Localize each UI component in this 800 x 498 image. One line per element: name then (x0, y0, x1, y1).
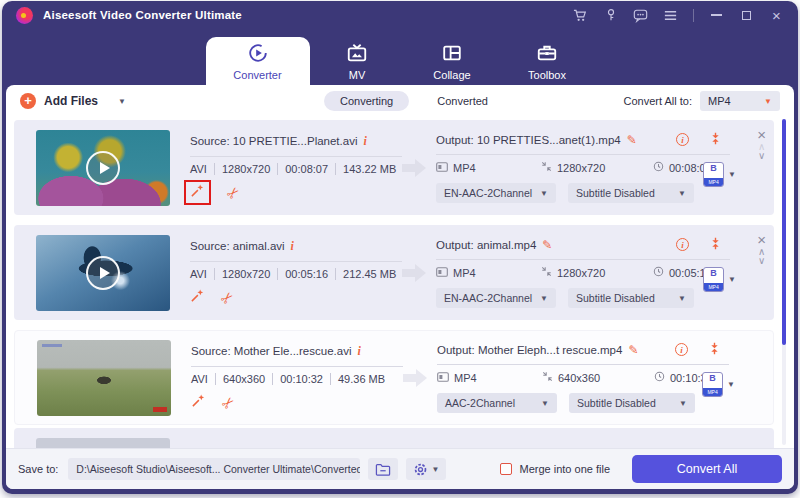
rename-icon[interactable]: ✎ (627, 133, 637, 147)
arrow-right-icon (402, 159, 436, 177)
scrollbar-thumb[interactable] (782, 119, 786, 345)
cut-icon[interactable]: ✂ (222, 182, 244, 204)
open-folder-button[interactable] (368, 458, 398, 480)
add-files-label: Add Files (44, 94, 98, 108)
output-profile-button[interactable]: BMP4 ▼ (703, 162, 736, 187)
divider (436, 259, 730, 260)
converting-tab[interactable]: Converting (324, 91, 409, 111)
play-icon[interactable] (86, 151, 120, 185)
tab-collage[interactable]: Collage (405, 37, 500, 85)
cart-icon[interactable] (573, 8, 588, 23)
split-icon[interactable] (708, 342, 721, 357)
tab-collage-label: Collage (433, 69, 470, 81)
profile-icon: BMP4 (703, 267, 724, 292)
subtitle-select[interactable]: Subtitle Disabled ▼ (568, 288, 694, 308)
titlebar: Aiseesoft Video Converter Ultimate × (2, 1, 798, 29)
divider (436, 154, 730, 155)
minimize-icon[interactable] (709, 8, 724, 23)
output-info-icon[interactable]: i (676, 238, 689, 251)
settings-button[interactable]: ▼ (406, 458, 446, 480)
chevron-down-icon: ▼ (678, 189, 686, 198)
subtitle-select[interactable]: Subtitle Disabled ▼ (569, 393, 695, 413)
converter-icon (247, 42, 269, 64)
chevron-down-icon: ▼ (541, 399, 549, 408)
edit-effects-icon[interactable] (190, 288, 205, 307)
resolution-icon (541, 161, 552, 174)
audio-track-value: EN-AAC-2Channel (444, 187, 532, 199)
close-icon[interactable]: × (769, 8, 784, 23)
file-row[interactable]: Source: 10 PRETTIE...Planet.avi i AVI 12… (14, 120, 774, 215)
cut-icon[interactable]: ✂ (217, 392, 239, 414)
rename-icon[interactable]: ✎ (542, 238, 552, 252)
source-info-icon[interactable]: i (363, 134, 366, 149)
subtitle-select[interactable]: Subtitle Disabled ▼ (568, 183, 694, 203)
split-icon[interactable] (709, 132, 722, 147)
output-info-icon[interactable]: i (676, 133, 689, 146)
format-icon (436, 267, 448, 279)
output-format: MP4 (453, 267, 476, 279)
source-size: 212.45 MB (335, 268, 403, 280)
audio-track-value: AAC-2Channel (445, 397, 515, 409)
save-path-select[interactable]: D:\Aiseesoft Studio\Aiseesoft... Convert… (68, 458, 360, 480)
merge-checkbox[interactable] (500, 463, 512, 475)
clock-icon (653, 266, 664, 279)
play-icon[interactable] (86, 256, 120, 290)
edit-effects-icon[interactable] (190, 183, 205, 202)
move-down-icon[interactable]: ∨ (758, 256, 765, 265)
convert-all-to-select[interactable]: MP4 ▼ (700, 91, 780, 111)
split-icon[interactable] (709, 237, 722, 252)
output-profile-button[interactable]: BMP4 ▼ (702, 372, 735, 397)
output-resolution: 1280x720 (557, 162, 605, 174)
remove-file-icon[interactable]: × (757, 128, 766, 142)
divider (190, 261, 402, 262)
audio-track-select[interactable]: EN-AAC-2Channel ▼ (436, 183, 556, 203)
move-down-icon[interactable]: ∨ (758, 151, 765, 160)
add-files-dropdown-caret[interactable]: ▼ (118, 97, 126, 106)
output-info-icon[interactable]: i (675, 343, 688, 356)
key-icon[interactable] (603, 8, 618, 23)
tab-toolbox-label: Toolbox (528, 69, 566, 81)
source-info-icon[interactable]: i (291, 239, 294, 254)
output-profile-button[interactable]: BMP4 ▼ (703, 267, 736, 292)
video-thumbnail[interactable] (36, 438, 170, 449)
remove-file-icon[interactable]: × (757, 233, 766, 247)
resolution-icon (542, 371, 553, 384)
cut-icon[interactable]: ✂ (216, 287, 238, 309)
menu-icon[interactable] (663, 8, 678, 23)
source-info-icon[interactable]: i (357, 344, 360, 359)
video-thumbnail[interactable] (37, 340, 171, 416)
divider (437, 364, 729, 365)
format-icon (437, 372, 449, 384)
file-row[interactable]: Source: Mother Ele...rescue.avi i AVI 64… (14, 330, 774, 425)
source-format: AVI (190, 163, 214, 175)
add-files-button[interactable]: + Add Files ▼ (20, 93, 126, 109)
source-resolution: 640x360 (215, 373, 272, 385)
maximize-icon[interactable] (739, 8, 754, 23)
audio-track-select[interactable]: EN-AAC-2Channel ▼ (436, 288, 556, 308)
output-format: MP4 (453, 162, 476, 174)
file-row[interactable]: Source: Mountains flowers.avi i Output: … (14, 428, 774, 448)
divider (190, 156, 402, 157)
audio-track-select[interactable]: AAC-2Channel ▼ (437, 393, 557, 413)
converted-tab[interactable]: Converted (437, 95, 488, 107)
feedback-icon[interactable] (633, 8, 648, 23)
source-format: AVI (191, 373, 215, 385)
video-thumbnail[interactable] (36, 130, 170, 206)
source-duration: 00:10:32 (272, 373, 330, 385)
main-panel: + Add Files ▼ Converting Converted Conve… (6, 85, 794, 489)
rename-icon[interactable]: ✎ (628, 343, 638, 357)
tab-converter[interactable]: Converter (206, 37, 310, 85)
save-to-label: Save to: (18, 463, 58, 475)
source-duration: 00:08:07 (277, 163, 335, 175)
convert-all-button[interactable]: Convert All (632, 455, 782, 483)
edit-effects-icon[interactable] (191, 393, 206, 412)
subtitle-value: Subtitle Disabled (576, 187, 655, 199)
tab-toolbox[interactable]: Toolbox (500, 37, 595, 85)
chevron-down-icon: ▼ (431, 465, 439, 474)
file-row[interactable]: Source: animal.avi i AVI 1280x720 00:05:… (14, 225, 774, 320)
tab-mv[interactable]: MV (310, 37, 405, 85)
output-filename: Output: animal.mp4 (436, 239, 536, 251)
video-thumbnail[interactable] (36, 235, 170, 311)
output-resolution: 640x360 (558, 372, 600, 384)
scrollbar-track[interactable] (782, 119, 786, 445)
